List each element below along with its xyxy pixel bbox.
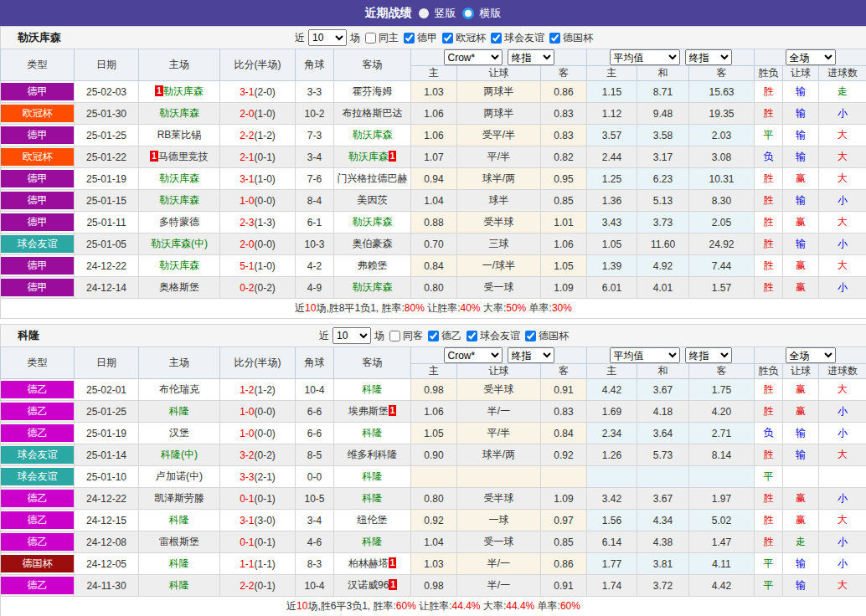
result-cell: 大	[819, 379, 866, 401]
league-checkbox[interactable]	[428, 331, 439, 341]
match-type-cell: 德甲	[1, 81, 75, 103]
fulltime-score: 2-0	[240, 239, 254, 250]
avg-select[interactable]: 平均值	[610, 347, 680, 363]
result-value: 胜	[764, 492, 774, 504]
match-type-cell: 欧冠杯	[1, 146, 75, 168]
home-team: 凯泽斯劳滕	[139, 488, 220, 510]
same-venue-checkbox[interactable]	[389, 331, 400, 341]
match-row: 德甲25-01-25RB莱比锡2-2(1-2)7-3勒沃库森1.06受平/半0.…	[1, 125, 866, 146]
home-team-name: 汉堡	[169, 427, 189, 439]
home-team: 1勒沃库森	[139, 81, 220, 103]
result-cell: 胜	[755, 234, 783, 255]
match-type-badge: 德国杯	[1, 555, 74, 572]
home-team-name: 凯泽斯劳滕	[154, 492, 204, 504]
away-team-name: 布拉格斯巴达	[343, 107, 403, 119]
home-team: 雷根斯堡	[139, 531, 220, 553]
result-cell: 小	[819, 234, 866, 255]
away-team-name: 弗赖堡	[358, 259, 388, 271]
match-date: 24-12-14	[75, 277, 139, 299]
result-value: 大	[838, 514, 848, 526]
odds-value: 1.06	[411, 401, 457, 423]
away-team: 奥伯豪森	[334, 234, 411, 255]
result-cell: 小	[819, 277, 866, 299]
league-checkbox[interactable]	[549, 33, 560, 44]
radio-horizontal[interactable]	[462, 8, 474, 19]
odds-value	[637, 466, 689, 488]
result-value: 输	[796, 238, 806, 249]
match-row: 德乙24-12-22凯泽斯劳滕0-1(0-1)10-5科隆0.80受半球1.09…	[1, 488, 866, 510]
odds-col-header: 和	[637, 364, 689, 379]
away-team: 纽伦堡	[334, 510, 411, 531]
odds-value	[457, 466, 541, 488]
near-label: 近	[319, 329, 329, 343]
match-date: 24-12-22	[75, 488, 139, 510]
league-checkbox[interactable]	[404, 33, 415, 44]
league-checkbox[interactable]	[442, 33, 453, 44]
match-date: 24-12-15	[75, 510, 139, 531]
match-type-cell: 德乙	[1, 510, 75, 531]
odds-value: 半/一	[457, 401, 541, 423]
league-checkbox[interactable]	[467, 331, 477, 341]
result-cell: 输	[783, 553, 819, 575]
bookmaker-select[interactable]: Crow*	[444, 49, 503, 65]
home-team-name: RB莱比锡	[157, 129, 202, 141]
result-cell: 平	[755, 125, 783, 146]
result-cell: 小	[819, 553, 866, 575]
odds-value: 5.02	[689, 510, 755, 531]
summary-part: 44.4%	[452, 600, 481, 612]
odds-time-select[interactable]: 终指	[508, 49, 554, 65]
away-team-name: 霍芬海姆	[353, 85, 393, 97]
away-team-name: 维多利科隆	[348, 449, 398, 460]
summary-part: 10	[296, 600, 307, 612]
recent-count-select[interactable]: 10	[332, 327, 371, 344]
result-value: 赢	[796, 405, 806, 417]
radio-vertical-selected[interactable]	[419, 8, 429, 18]
odds-value: 1.25	[587, 168, 637, 190]
result-value: 胜	[764, 514, 774, 526]
result-cell: 大	[819, 444, 866, 466]
summary-part: 场,胜8平1负1, 胜率:	[316, 302, 404, 314]
result-cell: 胜	[755, 401, 783, 423]
odds-value	[689, 466, 755, 488]
league-checkbox[interactable]	[491, 33, 502, 44]
odds-value	[587, 466, 637, 488]
odds-time-select[interactable]: 终指	[508, 347, 554, 363]
same-venue-checkbox[interactable]	[365, 33, 376, 44]
result-cell: 大	[819, 510, 866, 531]
fulltime-score: 0-2	[240, 282, 254, 294]
match-date: 25-02-03	[75, 81, 139, 103]
fulltime-score: 5-1	[240, 260, 254, 272]
match-type-cell: 德乙	[1, 401, 75, 423]
match-type-cell: 德甲	[1, 277, 75, 299]
home-team: 科隆	[139, 575, 220, 597]
odds-value: 4.18	[637, 401, 689, 423]
halftime-score: (1-1)	[255, 558, 276, 570]
result-value: 小	[838, 492, 848, 504]
team-table: 勒沃库森近10场同主德甲欧冠杯球会友谊德国杯类型日期主场比分(半场)角球客场Cr…	[0, 26, 866, 319]
rank-badge: 1	[389, 151, 397, 162]
match-type-cell: 德乙	[1, 488, 75, 510]
league-checkbox[interactable]	[525, 331, 536, 341]
odds-col-header: 让球	[457, 66, 541, 81]
corner-score: 4-6	[296, 531, 334, 553]
scope-select[interactable]: 全场	[786, 347, 836, 363]
summary-row: 近10场,胜8平1负1, 胜率:80% 让胜率:40% 大率:50% 单率:30…	[1, 299, 866, 319]
match-date: 24-12-05	[75, 553, 139, 575]
odds-time-select-2[interactable]: 终指	[685, 347, 732, 363]
match-filter: 近10场同主德甲欧冠杯球会友谊德国杯	[22, 27, 866, 49]
result-value: 小	[838, 536, 848, 547]
result-value: 赢	[796, 216, 806, 228]
scope-select[interactable]: 全场	[786, 49, 836, 65]
home-team-name: 马德里竞技	[158, 151, 209, 162]
home-team-name: 雷根斯堡	[159, 536, 199, 547]
avg-select[interactable]: 平均值	[610, 49, 680, 65]
result-value: 胜	[764, 281, 774, 293]
col-header: 客场	[334, 347, 411, 379]
result-cell: 赢	[783, 379, 819, 401]
bookmaker-select[interactable]: Crow*	[444, 347, 503, 363]
corner-score: 10-3	[296, 234, 334, 255]
odds-col-header: 客	[541, 364, 587, 379]
match-type-badge: 德乙	[1, 424, 74, 442]
recent-count-select[interactable]: 10	[308, 29, 347, 46]
odds-time-select-2[interactable]: 终指	[685, 49, 732, 65]
